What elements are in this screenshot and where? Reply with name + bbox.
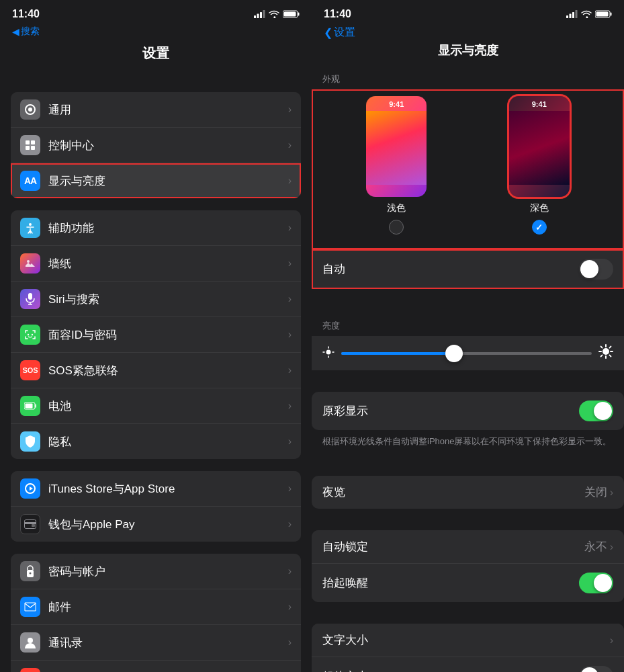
sos-icon: SOS [20, 360, 40, 380]
right-status-bar: 11:40 [312, 0, 624, 23]
mail-label: 邮件 [48, 599, 288, 615]
settings-item-privacy[interactable]: 隐私 › [11, 424, 301, 459]
left-status-icons [254, 10, 300, 18]
brightness-low-icon [322, 346, 335, 360]
mail-icon [20, 597, 40, 617]
svg-rect-1 [257, 14, 259, 19]
control-center-icon [20, 135, 40, 155]
night-shift-value: 关闭 › [584, 485, 613, 500]
light-radio[interactable] [389, 220, 404, 235]
right-status-time: 11:40 [324, 8, 351, 20]
left-search-back[interactable]: ◀ 搜索 [12, 26, 300, 38]
calendar-icon: 31 [20, 668, 40, 672]
appearance-options-box: 9:41 浅色 9:41 深色 [312, 89, 624, 249]
passwords-icon [20, 561, 40, 581]
appearance-options: 9:41 浅色 9:41 深色 [312, 89, 624, 244]
settings-item-calendar[interactable]: 31 日历 › [11, 661, 301, 672]
dark-preview: 9:41 [509, 96, 570, 197]
svg-line-50 [601, 347, 603, 348]
right-panel: 11:40 ❮ 设置 显示与亮度 [312, 0, 624, 672]
right-back-button[interactable]: ❮ 设置 [324, 26, 355, 40]
section-gap-4 [0, 542, 312, 554]
bold-text-row: 粗体文本 [312, 657, 624, 672]
svg-line-52 [601, 355, 603, 356]
settings-item-itunes[interactable]: iTunes Store与App Store › [11, 471, 301, 507]
general-arrow: › [288, 103, 292, 116]
brightness-high-icon [598, 344, 613, 362]
true-tone-row: 原彩显示 [312, 392, 624, 430]
left-status-time: 11:40 [12, 8, 40, 20]
svg-point-17 [32, 334, 33, 335]
right-wifi-icon [581, 10, 592, 18]
svg-rect-19 [36, 405, 37, 408]
settings-item-contacts[interactable]: 通讯录 › [11, 625, 301, 661]
text-size-label: 文字大小 [322, 632, 368, 648]
text-group: 文字大小 › 粗体文本 [312, 624, 624, 672]
accessibility-label: 辅助功能 [48, 220, 288, 236]
settings-item-sos[interactable]: SOS SOS紧急联络 › [11, 353, 301, 388]
svg-rect-22 [24, 522, 36, 524]
brightness-slider[interactable] [341, 352, 592, 355]
settings-item-passwords[interactable]: 密码与帐户 › [11, 554, 301, 589]
left-page-title: 设置 [0, 42, 312, 69]
settings-item-control-center[interactable]: 控制中心 › [11, 128, 301, 163]
settings-item-siri[interactable]: Siri与搜索 › [11, 282, 301, 317]
accessibility-icon [20, 218, 40, 238]
appearance-option-dark[interactable]: 9:41 深色 [509, 96, 570, 235]
raise-wake-knob [594, 574, 612, 592]
settings-item-wallet[interactable]: 钱包与Apple Pay › [11, 507, 301, 542]
settings-item-battery[interactable]: 电池 › [11, 388, 301, 424]
brightness-thumb[interactable] [445, 345, 463, 362]
right-page-title: 显示与亮度 [312, 41, 624, 64]
settings-item-accessibility[interactable]: 辅助功能 › [11, 210, 301, 246]
bold-text-toggle[interactable] [579, 666, 613, 672]
dark-preview-wallpaper [509, 111, 570, 185]
raise-wake-toggle[interactable] [579, 573, 613, 593]
settings-group-2: 辅助功能 › 墙纸 › [11, 210, 301, 459]
auto-toggle[interactable] [579, 259, 613, 280]
text-size-row[interactable]: 文字大小 › [312, 624, 624, 657]
night-shift-label: 夜览 [322, 485, 345, 500]
battery-settings-icon [20, 396, 40, 416]
night-shift-arrow: › [610, 487, 613, 499]
passwords-label: 密码与帐户 [48, 564, 288, 579]
svg-point-45 [603, 348, 609, 355]
true-tone-knob [594, 402, 612, 420]
display-icon: AA [20, 171, 40, 191]
divider-4 [312, 509, 624, 530]
right-back-chevron: ❮ [324, 26, 332, 39]
light-preview-wallpaper [366, 111, 427, 185]
auto-toggle-knob [580, 260, 598, 278]
battery-label: 电池 [48, 398, 288, 414]
settings-item-faceid[interactable]: 面容ID与密码 › [11, 317, 301, 353]
settings-item-general[interactable]: 通用 › [11, 92, 301, 128]
contacts-icon [20, 632, 40, 653]
night-shift-row[interactable]: 夜览 关闭 › [312, 476, 624, 509]
night-shift-group: 夜览 关闭 › [312, 476, 624, 509]
brightness-fill [341, 352, 454, 355]
auto-lock-value: 永不 › [584, 539, 613, 554]
itunes-icon [20, 478, 40, 499]
settings-item-display[interactable]: AA 显示与亮度 › [11, 163, 301, 198]
settings-group-1: 通用 › 控制中心 › AA 显示与亮度 [11, 92, 301, 198]
settings-item-wallpaper[interactable]: 墙纸 › [11, 246, 301, 282]
svg-line-53 [609, 347, 611, 348]
svg-point-40 [326, 350, 331, 355]
privacy-label: 隐私 [48, 434, 288, 450]
auto-toggle-row: 自动 [312, 249, 624, 289]
wifi-icon [269, 10, 279, 18]
divider-3 [312, 454, 624, 476]
auto-lock-label: 自动锁定 [322, 539, 368, 554]
true-tone-toggle[interactable] [579, 401, 613, 421]
svg-point-25 [30, 573, 32, 575]
faceid-label: 面容ID与密码 [48, 327, 288, 343]
appearance-option-light[interactable]: 9:41 浅色 [366, 96, 427, 235]
dark-radio[interactable] [532, 220, 547, 235]
settings-item-mail[interactable]: 邮件 › [11, 589, 301, 625]
auto-lock-row[interactable]: 自动锁定 永不 › [312, 530, 624, 564]
svg-rect-8 [31, 140, 35, 144]
battery-icon [283, 10, 300, 18]
divider-2 [312, 370, 624, 392]
signal-icon [254, 10, 265, 18]
light-label: 浅色 [387, 202, 406, 214]
